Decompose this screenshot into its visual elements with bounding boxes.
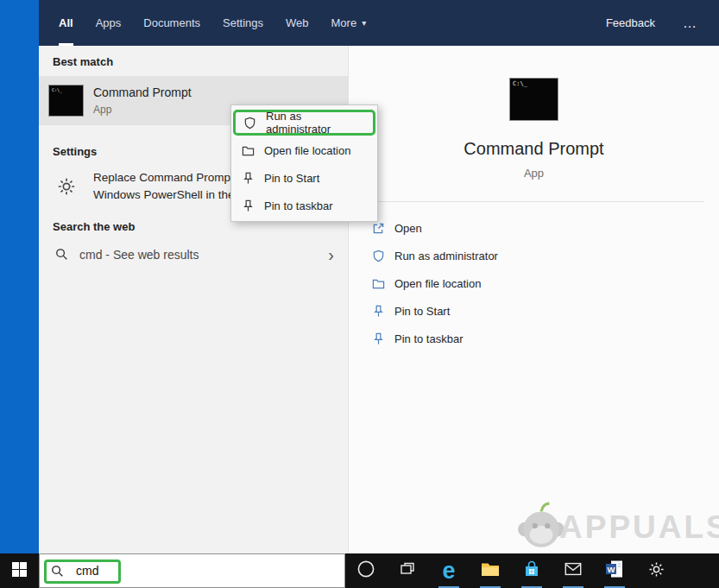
edge-button[interactable]: e — [428, 553, 470, 588]
action-open-file-location[interactable]: Open file location — [372, 269, 719, 297]
run-as-admin-icon — [243, 117, 256, 130]
run-as-admin-icon — [372, 250, 385, 262]
result-subtitle: App — [93, 104, 192, 116]
panel-body: Best match C:\_ Command Prompt App Setti… — [39, 46, 719, 553]
file-explorer-icon — [480, 559, 501, 583]
preview-actions: Open Run as administrator Open file loca… — [349, 202, 719, 352]
tab-documents[interactable]: Documents — [132, 0, 211, 46]
taskbar-search-box[interactable] — [39, 553, 345, 588]
folder-icon — [242, 144, 255, 157]
search-icon — [51, 565, 64, 578]
settings-gear-icon — [647, 560, 665, 582]
mail-icon — [564, 560, 583, 582]
action-pin-to-taskbar[interactable]: Pin to taskbar — [372, 325, 719, 352]
tab-web[interactable]: Web — [274, 0, 320, 46]
action-pin-to-start[interactable]: Pin to Start — [372, 297, 719, 325]
windows-logo-icon — [12, 562, 27, 580]
action-open[interactable]: Open — [372, 214, 719, 242]
overflow-menu-icon[interactable]: … — [683, 16, 698, 31]
result-title: Command Prompt — [93, 85, 192, 99]
pin-icon — [242, 199, 255, 212]
pin-icon — [242, 172, 255, 185]
word-icon: W — [604, 559, 625, 583]
context-menu: Run as administrator Open file location … — [230, 104, 378, 222]
gear-icon — [48, 175, 84, 198]
search-input[interactable] — [74, 563, 233, 579]
setting-line-1: Replace Command Prompt — [93, 169, 235, 187]
result-web-search[interactable]: cmd - See web results › — [39, 240, 348, 269]
menu-open-file-location[interactable]: Open file location — [231, 136, 377, 164]
desktop-background — [0, 0, 39, 553]
folder-icon — [372, 277, 385, 290]
start-button[interactable] — [0, 553, 39, 588]
pin-icon — [372, 305, 385, 318]
feedback-button[interactable]: Feedback — [606, 16, 655, 29]
task-view-icon — [399, 560, 416, 581]
task-view-button[interactable] — [387, 553, 428, 588]
menu-run-as-administrator[interactable]: Run as administrator — [233, 110, 375, 136]
open-icon — [372, 222, 385, 235]
edge-icon: e — [442, 560, 455, 583]
filter-tabs: All Apps Documents Settings Web More ▾ — [47, 0, 377, 46]
chevron-right-icon: › — [328, 246, 334, 263]
action-run-as-administrator[interactable]: Run as administrator — [372, 242, 719, 269]
search-filter-bar: All Apps Documents Settings Web More ▾ F… — [39, 0, 719, 46]
mail-button[interactable] — [552, 553, 594, 588]
taskbar-icons: e W — [345, 553, 677, 588]
menu-pin-to-start[interactable]: Pin to Start — [231, 164, 377, 192]
cortana-icon — [356, 560, 375, 582]
menu-pin-to-taskbar[interactable]: Pin to taskbar — [231, 192, 377, 219]
cortana-button[interactable] — [345, 553, 387, 588]
search-icon — [55, 248, 68, 261]
file-explorer-button[interactable] — [470, 553, 511, 588]
command-prompt-icon-large: C:\_ — [509, 78, 558, 121]
store-icon — [522, 560, 541, 582]
tab-all[interactable]: All — [47, 0, 85, 46]
pin-icon — [372, 332, 385, 345]
tab-more[interactable]: More ▾ — [320, 0, 378, 46]
command-prompt-icon: C:\_ — [48, 85, 84, 117]
tab-settings[interactable]: Settings — [211, 0, 274, 46]
setting-line-2: Windows PowerShell in the — [93, 187, 235, 204]
preview-subtitle: App — [524, 167, 544, 180]
caret-down-icon: ▾ — [362, 18, 366, 28]
tab-apps[interactable]: Apps — [85, 0, 133, 46]
web-result-text: cmd - See web results — [79, 248, 199, 262]
start-search-panel: All Apps Documents Settings Web More ▾ F… — [39, 0, 719, 553]
store-button[interactable] — [511, 553, 552, 588]
nav-right: Feedback … — [606, 0, 719, 46]
best-match-header: Best match — [53, 54, 348, 69]
preview-title: Command Prompt — [464, 139, 603, 159]
settings-button[interactable] — [635, 553, 677, 588]
preview-pane: C:\_ Command Prompt App Open — [348, 46, 719, 553]
word-button[interactable]: W — [594, 553, 635, 588]
svg-text:W: W — [608, 565, 615, 574]
taskbar: e W — [0, 553, 719, 588]
